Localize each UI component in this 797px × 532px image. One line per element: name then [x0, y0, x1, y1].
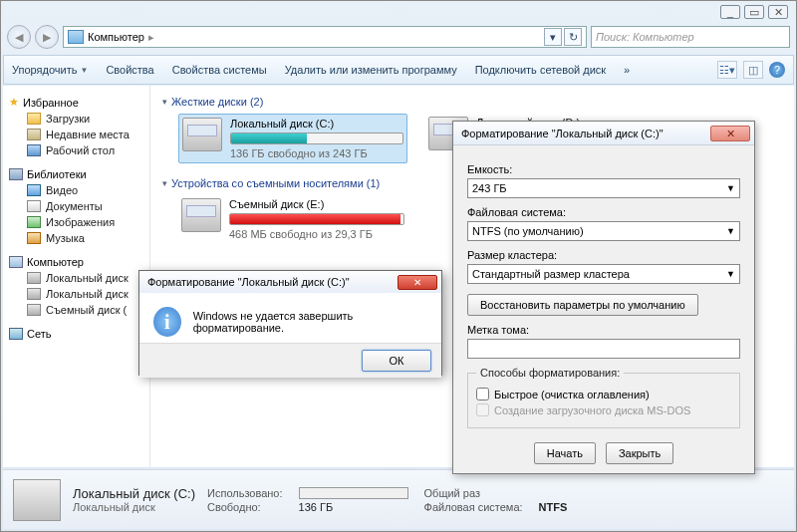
- uninstall-program-button[interactable]: Удалить или изменить программу: [285, 64, 457, 76]
- nav-sidebar: ★Избранное Загрузки Недавние места Рабоч…: [3, 86, 150, 467]
- usage-bar: [230, 133, 403, 144]
- system-properties-button[interactable]: Свойства системы: [172, 64, 267, 76]
- error-messagebox: Форматирование "Локальный диск (C:)" ✕ i…: [138, 270, 442, 376]
- dropdown-icon: ▼: [726, 269, 735, 279]
- sidebar-recent[interactable]: Недавние места: [7, 127, 149, 142]
- sidebar-drive-e[interactable]: Съемный диск (: [7, 302, 149, 318]
- drive-c[interactable]: Локальный диск (C:) 136 ГБ свободно из 2…: [178, 114, 407, 163]
- drive-icon: [27, 288, 41, 300]
- collapse-icon: ▾: [162, 178, 167, 188]
- breadcrumb-sep-icon[interactable]: ▸: [148, 31, 154, 44]
- address-bar[interactable]: Компьютер ▸ ▾ ↻: [63, 26, 587, 48]
- window-controls: _ ▭ ✕: [720, 5, 788, 19]
- folder-icon: [27, 113, 41, 125]
- used-bar: [299, 487, 408, 499]
- fs-label: Файловая система:: [424, 501, 523, 513]
- details-pane: Локальный диск (C:) Локальный диск Испол…: [3, 469, 794, 529]
- help-button[interactable]: ?: [769, 62, 785, 78]
- toolbar-overflow-button[interactable]: »: [624, 64, 630, 76]
- computer-group[interactable]: Компьютер: [7, 254, 149, 270]
- quick-format-checkbox[interactable]: Быстрое (очистка оглавления): [476, 388, 731, 400]
- music-icon: [27, 232, 41, 244]
- preview-pane-button[interactable]: ◫: [743, 61, 763, 79]
- drive-free-text: 136 ГБ свободно из 243 ГБ: [230, 147, 403, 159]
- drive-icon: [27, 304, 41, 316]
- recent-icon: [27, 129, 41, 140]
- dialog-close-button[interactable]: ✕: [710, 126, 750, 141]
- map-network-drive-button[interactable]: Подключить сетевой диск: [475, 64, 606, 76]
- details-subtitle: Локальный диск: [73, 501, 195, 513]
- removable-drive-icon: [181, 198, 221, 232]
- dropdown-icon: ▼: [726, 226, 735, 236]
- breadcrumb-root[interactable]: Компьютер: [88, 31, 144, 43]
- capacity-select[interactable]: 243 ГБ▼: [467, 178, 740, 198]
- close-format-button[interactable]: Закрыть: [606, 442, 673, 464]
- section-hard-drives[interactable]: ▾Жесткие диски (2): [162, 92, 782, 112]
- restore-defaults-button[interactable]: Восстановить параметры по умолчанию: [467, 294, 698, 316]
- properties-button[interactable]: Свойства: [106, 64, 153, 76]
- methods-legend: Способы форматирования:: [476, 367, 624, 379]
- volume-label-input[interactable]: [467, 339, 740, 359]
- format-dialog: Форматирование "Локальный диск (C:)" ✕ Е…: [452, 121, 755, 474]
- sidebar-downloads[interactable]: Загрузки: [7, 111, 149, 127]
- sidebar-drive-c[interactable]: Локальный диск: [7, 270, 149, 286]
- refresh-button[interactable]: ↻: [564, 28, 582, 46]
- favorites-group[interactable]: ★Избранное: [7, 94, 149, 111]
- drive-icon: [27, 272, 41, 284]
- drive-free-text: 468 МБ свободно из 29,3 ГБ: [229, 228, 404, 240]
- libraries-group[interactable]: Библиотеки: [7, 166, 149, 182]
- ok-button[interactable]: ОК: [362, 350, 431, 372]
- sidebar-drive-d[interactable]: Локальный диск: [7, 286, 149, 302]
- start-format-button[interactable]: Начать: [534, 442, 596, 464]
- view-options-button[interactable]: ☷▾: [717, 61, 737, 79]
- search-input[interactable]: Поиск: Компьютер: [591, 26, 790, 48]
- sidebar-music[interactable]: Музыка: [7, 230, 149, 246]
- capacity-label: Емкость:: [467, 163, 740, 175]
- star-icon: ★: [9, 96, 19, 109]
- collapse-icon: ▾: [162, 97, 167, 107]
- sidebar-desktop[interactable]: Рабочий стол: [7, 142, 149, 158]
- messagebox-title: Форматирование "Локальный диск (C:)": [147, 276, 398, 288]
- computer-icon: [9, 256, 23, 268]
- dropdown-icon: ▼: [726, 183, 735, 193]
- sidebar-video[interactable]: Видео: [7, 182, 149, 198]
- messagebox-text: Windows не удается завершить форматирова…: [193, 310, 427, 334]
- info-icon: i: [153, 307, 181, 337]
- drive-large-icon: [13, 479, 61, 521]
- bootdisk-checkbox: Создание загрузочного диска MS-DOS: [476, 403, 731, 416]
- cluster-select[interactable]: Стандартный размер кластера▼: [467, 264, 740, 284]
- minimize-button[interactable]: _: [720, 5, 740, 19]
- format-dialog-titlebar[interactable]: Форматирование "Локальный диск (C:)" ✕: [453, 122, 754, 145]
- maximize-button[interactable]: ▭: [744, 5, 764, 19]
- filesystem-select[interactable]: NTFS (по умолчанию)▼: [467, 221, 740, 241]
- close-button[interactable]: ✕: [768, 5, 788, 19]
- dialog-title: Форматирование "Локальный диск (C:)": [461, 128, 704, 139]
- messagebox-titlebar[interactable]: Форматирование "Локальный диск (C:)" ✕: [139, 271, 441, 293]
- sidebar-documents[interactable]: Документы: [7, 198, 149, 214]
- drive-label: Съемный диск (E:): [229, 198, 404, 213]
- library-icon: [9, 168, 23, 180]
- toolbar: Упорядочить▼ Свойства Свойства системы У…: [3, 55, 794, 85]
- cluster-label: Размер кластера:: [467, 249, 740, 261]
- free-value: 136 ГБ: [299, 501, 408, 513]
- free-label: Свободно:: [207, 501, 283, 513]
- filesystem-label: Файловая система:: [467, 206, 740, 218]
- messagebox-close-button[interactable]: ✕: [398, 275, 437, 290]
- nav-forward-button[interactable]: ▶: [35, 25, 59, 49]
- address-dropdown-button[interactable]: ▾: [544, 28, 562, 46]
- details-title: Локальный диск (C:): [73, 486, 195, 501]
- hdd-icon: [182, 118, 222, 151]
- volume-label-label: Метка тома:: [467, 324, 740, 336]
- video-icon: [27, 184, 41, 196]
- fs-value: NTFS: [539, 501, 568, 513]
- organize-menu[interactable]: Упорядочить▼: [12, 64, 88, 76]
- nav-back-button[interactable]: ◀: [7, 25, 31, 49]
- sidebar-images[interactable]: Изображения: [7, 214, 149, 230]
- network-group[interactable]: Сеть: [7, 326, 149, 342]
- image-icon: [27, 216, 41, 228]
- format-methods-group: Способы форматирования: Быстрое (очистка…: [467, 367, 740, 428]
- usage-bar: [229, 213, 404, 225]
- drive-e[interactable]: Съемный диск (E:) 468 МБ свободно из 29,…: [178, 195, 407, 243]
- desktop-icon: [27, 144, 41, 156]
- network-icon: [9, 328, 23, 340]
